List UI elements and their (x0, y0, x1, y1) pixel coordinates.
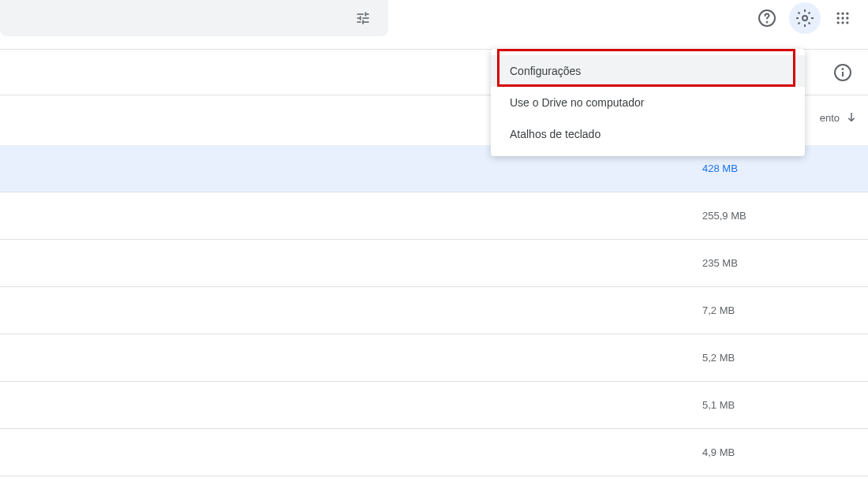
settings-icon[interactable] (789, 2, 821, 34)
menu-item-settings[interactable]: Configurações (491, 55, 805, 87)
svg-point-6 (837, 17, 840, 19)
info-icon[interactable] (827, 57, 859, 88)
svg-point-14 (843, 69, 844, 69)
menu-item-drive-desktop[interactable]: Use o Drive no computador (491, 87, 805, 118)
svg-point-10 (841, 21, 844, 24)
file-row[interactable]: 235 MB (0, 240, 868, 287)
file-size: 7,2 MB (702, 304, 773, 316)
settings-dropdown: Configurações Use o Drive no computador … (491, 49, 805, 156)
file-size: 255,9 MB (702, 210, 773, 222)
svg-point-8 (846, 17, 848, 19)
file-row[interactable]: 7,2 MB (0, 287, 868, 334)
file-size: 5,1 MB (702, 399, 773, 411)
svg-point-7 (841, 17, 844, 19)
svg-point-1 (767, 22, 768, 23)
file-list: 428 MB 255,9 MB 235 MB 7,2 MB 5,2 MB 5,1… (0, 145, 868, 476)
file-row[interactable]: 5,2 MB (0, 334, 868, 382)
file-size: 5,2 MB (702, 352, 773, 364)
file-row[interactable]: 4,9 MB (0, 429, 868, 476)
help-icon[interactable] (751, 2, 783, 34)
file-size: 4,9 MB (702, 446, 773, 458)
file-row[interactable]: 255,9 MB (0, 192, 868, 240)
tune-icon[interactable] (347, 2, 379, 34)
file-size: 428 MB (702, 162, 773, 174)
svg-point-9 (837, 21, 840, 24)
search-bar[interactable] (0, 0, 388, 36)
svg-point-2 (803, 16, 807, 21)
svg-point-11 (846, 21, 848, 24)
top-icons (751, 0, 868, 36)
svg-point-3 (837, 13, 840, 15)
apps-icon[interactable] (827, 2, 859, 34)
sort-header[interactable]: ento (820, 110, 859, 125)
file-row[interactable]: 5,1 MB (0, 382, 868, 429)
sort-label: ento (820, 112, 840, 124)
svg-point-5 (846, 13, 848, 15)
sort-arrow-down-icon (844, 110, 859, 125)
file-size: 235 MB (702, 257, 773, 269)
menu-item-keyboard-shortcuts[interactable]: Atalhos de teclado (491, 118, 805, 150)
svg-point-4 (841, 13, 844, 15)
